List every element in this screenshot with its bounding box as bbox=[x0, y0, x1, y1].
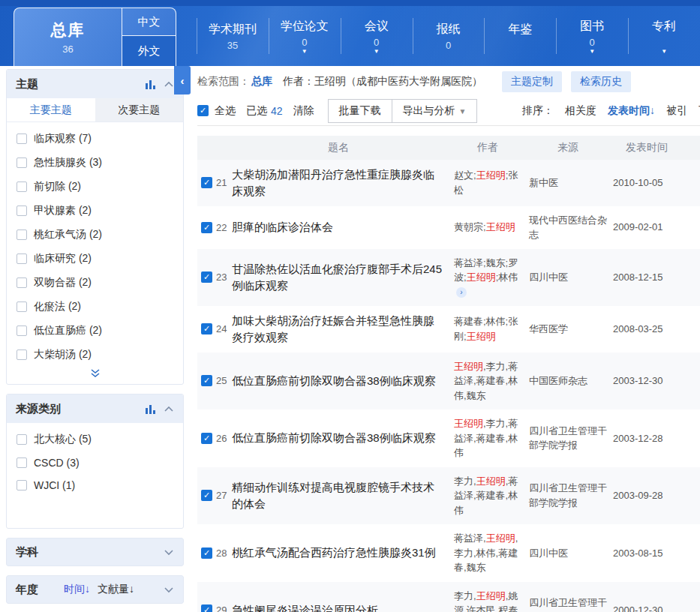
filter-item[interactable]: 前切除 (2) bbox=[7, 175, 183, 199]
row-checkbox[interactable] bbox=[201, 490, 212, 501]
author-name[interactable]: ;林伟 bbox=[496, 272, 518, 283]
row-source-cell[interactable]: 四川省卫生管理干部学院学报 bbox=[529, 481, 613, 510]
nav-item-newspaper[interactable]: 报纸0 bbox=[413, 6, 485, 66]
author-name-highlight[interactable]: 王绍明 bbox=[476, 170, 506, 181]
topic-custom-button[interactable]: 主题定制 bbox=[502, 71, 562, 92]
lang-tab-foreign[interactable]: 外文 bbox=[122, 36, 176, 66]
author-name[interactable]: 蒋益泽, bbox=[454, 532, 486, 544]
db-tab-total[interactable]: 总库 36 中文 外文 bbox=[14, 8, 176, 66]
checkbox-unchecked[interactable] bbox=[17, 254, 27, 264]
row-source-cell[interactable]: 四川中医 bbox=[529, 270, 613, 285]
filter-section-header-discipline[interactable]: 学科 bbox=[6, 538, 184, 566]
row-checkbox[interactable] bbox=[201, 604, 212, 612]
checkbox-unchecked[interactable] bbox=[17, 206, 27, 216]
checkbox-unchecked[interactable] bbox=[17, 278, 27, 288]
row-checkbox[interactable] bbox=[201, 222, 212, 233]
db-tab-total-main[interactable]: 总库 36 bbox=[14, 8, 122, 66]
row-source-cell[interactable]: 四川中医 bbox=[529, 546, 613, 561]
row-checkbox[interactable] bbox=[201, 272, 212, 283]
author-name[interactable]: 赵文; bbox=[454, 170, 476, 181]
row-source-cell[interactable]: 四川省卫生管理干部学院学报 bbox=[529, 596, 613, 612]
row-source-cell[interactable]: 现代中西医结合杂志 bbox=[529, 213, 613, 242]
author-name[interactable]: 李力, bbox=[454, 476, 476, 487]
filter-item[interactable]: 临床研究 (2) bbox=[7, 247, 183, 271]
result-title-link[interactable]: 加味大柴胡汤治疗妊娠合并轻型急性胰腺炎疗效观察 bbox=[232, 314, 434, 344]
filter-item[interactable]: 北大核心 (5) bbox=[7, 428, 183, 452]
sort-option-relevance[interactable]: 相关度 bbox=[565, 104, 596, 118]
select-all-checkbox[interactable] bbox=[197, 105, 209, 116]
clear-selection-button[interactable]: 清除 bbox=[293, 104, 314, 118]
sort-option-publish-time[interactable]: 发表时间↓ bbox=[608, 104, 655, 118]
checkbox-unchecked[interactable] bbox=[17, 434, 27, 445]
checkbox-unchecked[interactable] bbox=[17, 326, 27, 336]
checkbox-unchecked[interactable] bbox=[17, 230, 27, 240]
result-title-link[interactable]: 甘温除热佐以活血化瘀治疗腹部手术后245例临床观察 bbox=[232, 262, 442, 292]
nav-item-patent[interactable]: 专利▼ bbox=[628, 6, 700, 66]
row-source-cell[interactable]: 中国医师杂志 bbox=[529, 374, 613, 388]
author-name-highlight[interactable]: 王绍明 bbox=[467, 272, 496, 283]
result-title-link[interactable]: 胆瘅的临床诊治体会 bbox=[232, 220, 333, 233]
nav-item-book[interactable]: 图书0▼ bbox=[556, 6, 628, 66]
row-source-cell[interactable]: 华西医学 bbox=[529, 322, 613, 337]
author-name-highlight[interactable]: 王绍明 bbox=[476, 590, 506, 602]
checkbox-unchecked[interactable] bbox=[17, 458, 27, 468]
sidebar-collapse-handle[interactable]: ‹ bbox=[174, 66, 191, 94]
filter-item[interactable]: 甲状腺素 (2) bbox=[7, 199, 183, 223]
filter-item[interactable]: 急性胰腺炎 (3) bbox=[7, 151, 183, 175]
show-more-button[interactable] bbox=[7, 368, 183, 384]
scope-value-link[interactable]: 总库 bbox=[251, 75, 272, 88]
year-sorter-时间[interactable]: 时间↓ bbox=[64, 583, 90, 596]
filter-section-header-source-category[interactable]: 来源类别 bbox=[7, 394, 183, 423]
author-name[interactable]: 黄朝宗; bbox=[454, 221, 486, 232]
result-title-link[interactable]: 大柴胡汤加潜阳丹治疗急性重症胰腺炎临床观察 bbox=[232, 168, 434, 197]
sort-option-cited[interactable]: 被引 bbox=[666, 104, 687, 118]
filter-section-header-year[interactable]: 年度时间↓文献量↓ bbox=[6, 575, 184, 604]
row-checkbox[interactable] bbox=[201, 548, 212, 559]
author-name-highlight[interactable]: 王绍明 bbox=[486, 532, 515, 544]
row-source-cell[interactable]: 新中医 bbox=[529, 176, 613, 190]
filter-item[interactable]: CSCD (3) bbox=[7, 452, 183, 474]
result-title-link[interactable]: 低位直肠癌前切除双吻合器38例临床观察 bbox=[232, 374, 436, 387]
nav-item-dissertation[interactable]: 学位论文0▼ bbox=[269, 6, 341, 66]
checkbox-unchecked[interactable] bbox=[17, 350, 27, 360]
checkbox-unchecked[interactable] bbox=[17, 134, 27, 144]
row-checkbox[interactable] bbox=[201, 375, 212, 386]
filter-item[interactable]: 桃红承气汤 (2) bbox=[7, 223, 183, 247]
author-name-highlight[interactable]: 王绍明 bbox=[467, 331, 496, 342]
checkbox-unchecked[interactable] bbox=[17, 182, 27, 192]
checkbox-unchecked[interactable] bbox=[17, 302, 27, 312]
select-all-label[interactable]: 全选 bbox=[215, 104, 236, 118]
filter-item[interactable]: 临床观察 (7) bbox=[7, 127, 183, 151]
filter-item[interactable]: 低位直肠癌 (2) bbox=[7, 319, 183, 343]
result-title-link[interactable]: 精细动作训练对提高电视腹腔镜手术技术的体会 bbox=[232, 481, 434, 510]
tab-主要主题[interactable]: 主要主题 bbox=[7, 98, 95, 122]
selected-count[interactable]: 42 bbox=[271, 105, 283, 117]
filter-item[interactable]: 大柴胡汤 (2) bbox=[7, 343, 183, 367]
row-checkbox[interactable] bbox=[201, 177, 212, 188]
expand-authors-icon[interactable]: › bbox=[456, 287, 467, 298]
row-checkbox[interactable] bbox=[201, 323, 212, 334]
filter-item[interactable]: WJCI (1) bbox=[7, 474, 183, 496]
author-name-highlight[interactable]: 王绍明 bbox=[454, 361, 483, 372]
author-name[interactable]: 李力, bbox=[454, 590, 476, 602]
author-name-highlight[interactable]: 王绍明 bbox=[486, 221, 515, 232]
filter-item[interactable]: 化瘀法 (2) bbox=[7, 295, 183, 319]
nav-item-conference[interactable]: 会议0▼ bbox=[341, 6, 413, 66]
filter-item[interactable]: 双吻合器 (2) bbox=[7, 271, 183, 295]
author-name-highlight[interactable]: 王绍明 bbox=[476, 476, 506, 487]
year-sorter-文献量[interactable]: 文献量↓ bbox=[98, 583, 134, 596]
export-analyze-button[interactable]: 导出与分析▼ bbox=[392, 99, 478, 123]
filter-section-header-topic[interactable]: 主题 bbox=[7, 70, 183, 98]
search-history-button[interactable]: 检索历史 bbox=[571, 71, 631, 92]
lang-tab-chinese[interactable]: 中文 bbox=[122, 8, 176, 36]
row-source-cell[interactable]: 四川省卫生管理干部学院学报 bbox=[529, 424, 613, 453]
nav-item-academic-journal[interactable]: 学术期刊35 bbox=[197, 6, 269, 66]
checkbox-unchecked[interactable] bbox=[17, 480, 27, 490]
batch-download-button[interactable]: 批量下载 bbox=[328, 99, 392, 123]
checkbox-unchecked[interactable] bbox=[17, 158, 27, 168]
result-title-link[interactable]: 急性阑尾炎误诊误治原因分析 bbox=[232, 604, 378, 612]
result-title-link[interactable]: 低位直肠癌前切除双吻合器38例临床观察 bbox=[232, 431, 436, 444]
tab-次要主题[interactable]: 次要主题 bbox=[95, 98, 184, 122]
author-name-highlight[interactable]: 王绍明 bbox=[454, 418, 483, 429]
nav-item-yearbook[interactable]: 年鉴 bbox=[484, 6, 556, 66]
